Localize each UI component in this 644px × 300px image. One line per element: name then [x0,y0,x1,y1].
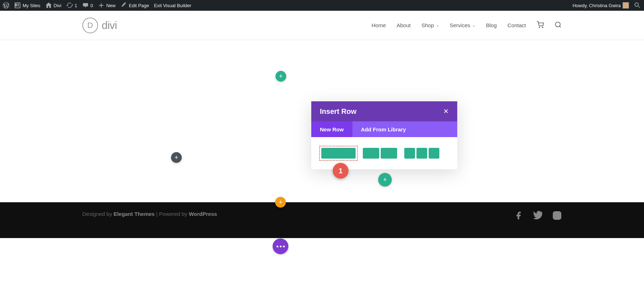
account-menu[interactable]: Howdy, Christina Gwira [572,2,629,9]
exit-visual-builder[interactable]: Exit Visual Builder [154,3,191,8]
home-icon [45,2,52,9]
builder-canvas: + + Insert Row ✕ New Row Add From Librar… [0,40,644,202]
chevron-down-icon: ⌄ [472,23,475,27]
col-block [363,148,379,159]
row-layout-3col[interactable] [404,148,439,159]
modal-header: Insert Row ✕ [311,101,457,121]
builder-settings-button[interactable] [273,238,288,254]
primary-nav: Home About Shop⌄ Services⌄ Blog Contact [371,21,562,30]
wordpress-icon [3,2,9,9]
new-menu[interactable]: New [98,2,116,9]
updates-menu[interactable]: 1 [67,2,77,9]
new-label: New [106,3,116,8]
admin-search[interactable] [634,2,641,9]
wp-admin-bar: My Sites Divi 1 0 New Edit Page Exit Vis… [0,0,644,11]
add-module-button[interactable]: + [171,152,182,163]
updates-count: 1 [75,3,77,8]
tab-add-from-library[interactable]: Add From Library [352,121,415,137]
network-icon [14,2,21,9]
modal-title: Insert Row [320,107,356,116]
col-block [381,148,397,159]
comments-count: 0 [91,3,93,8]
nav-services[interactable]: Services⌄ [450,22,475,28]
row-layout-2col[interactable] [363,148,397,159]
edit-page-label: Edit Page [129,3,149,8]
modal-body [311,137,457,169]
add-section-button[interactable]: + [275,197,286,208]
footer-designed-by: Designed by [82,211,112,217]
facebook-icon[interactable] [514,211,523,220]
insert-row-modal: Insert Row ✕ New Row Add From Library 1 … [311,101,457,169]
exit-vb-label: Exit Visual Builder [154,3,191,8]
refresh-icon [67,2,73,9]
chevron-down-icon: ⌄ [436,23,439,27]
svg-point-2 [556,22,560,26]
comment-icon [82,2,89,9]
footer-theme-link[interactable]: Elegant Themes [113,211,155,217]
twitter-icon[interactable] [533,211,542,220]
nav-contact[interactable]: Contact [507,22,526,28]
svg-point-0 [539,27,540,28]
my-sites-label: My Sites [23,3,40,8]
col-block [321,148,356,159]
col-block [416,148,427,159]
footer-credits: Designed by Elegant Themes | Powered by … [82,211,217,217]
logo-text: divi [102,19,117,32]
wp-admin-right: Howdy, Christina Gwira [572,2,641,9]
cart-icon[interactable] [537,21,544,30]
pencil-icon [121,2,127,9]
row-layout-1col[interactable] [321,148,356,159]
comments-menu[interactable]: 0 [82,2,93,9]
add-row-button[interactable]: + [275,71,286,82]
edit-page-menu[interactable]: Edit Page [121,2,149,9]
close-icon: ✕ [443,108,449,115]
footer-sep: | Powered by [156,211,187,217]
modal-tabs: New Row Add From Library [311,121,457,137]
add-row-button-below[interactable]: + [378,173,392,187]
col-block [404,148,415,159]
close-button[interactable]: ✕ [443,107,449,115]
site-footer: Designed by Elegant Themes | Powered by … [0,202,644,238]
site-menu[interactable]: Divi [45,2,62,9]
col-block [429,148,439,159]
site-header: D divi Home About Shop⌄ Services⌄ Blog C… [0,11,644,40]
svg-point-5 [556,214,559,217]
footer-socials [514,211,562,220]
annotation-badge-1: 1 [333,163,348,179]
footer-platform-link[interactable]: WordPress [189,211,217,217]
avatar [623,2,629,9]
wp-admin-left: My Sites Divi 1 0 New Edit Page Exit Vis… [3,2,191,9]
nav-blog[interactable]: Blog [486,22,497,28]
site-name-label: Divi [54,3,62,8]
my-sites-menu[interactable]: My Sites [14,2,40,9]
logo-mark: D [82,18,98,33]
svg-line-3 [560,26,561,27]
dots-icon [277,246,285,247]
wp-logo-menu[interactable] [3,2,9,9]
howdy-label: Howdy, Christina Gwira [572,3,621,8]
plus-icon [98,2,104,9]
nav-about[interactable]: About [396,22,410,28]
nav-shop[interactable]: Shop⌄ [421,22,439,28]
site-logo[interactable]: D divi [82,18,117,33]
svg-point-1 [542,27,543,28]
search-icon[interactable] [555,21,562,30]
nav-home[interactable]: Home [371,22,386,28]
svg-point-6 [559,213,560,213]
tab-new-row[interactable]: New Row [311,121,352,137]
search-icon [634,2,641,9]
instagram-icon[interactable] [552,211,562,220]
